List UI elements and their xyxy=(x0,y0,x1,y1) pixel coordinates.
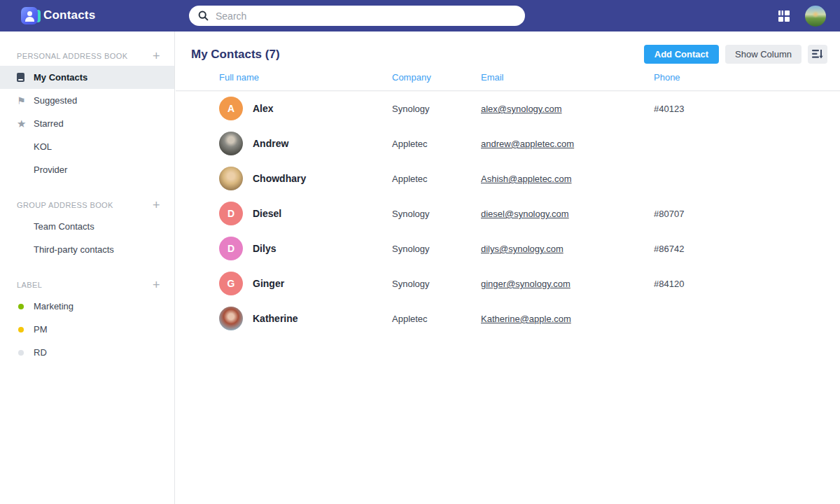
contact-company: Appletec xyxy=(392,139,481,149)
contact-name-cell: Andrew xyxy=(219,132,392,155)
contact-name: Alex xyxy=(253,103,274,114)
contact-avatar xyxy=(219,167,243,190)
sidebar-item-label: Third-party contacts xyxy=(34,244,114,255)
sidebar-item-label: RD xyxy=(34,347,47,358)
section-title: GROUP ADDRESS BOOK xyxy=(17,201,113,209)
contact-name: Andrew xyxy=(253,138,288,149)
sort-descending-icon xyxy=(812,49,823,59)
sidebar-item-pm[interactable]: PM xyxy=(0,318,174,341)
contact-email-link[interactable]: dilys@synology.com xyxy=(481,244,564,254)
sidebar-item-suggested[interactable]: ⚑Suggested xyxy=(0,89,174,112)
contact-email-cell: alex@synology.com xyxy=(481,102,654,115)
show-column-button[interactable]: Show Column xyxy=(725,45,802,64)
contact-name: Dilys xyxy=(253,243,276,254)
sidebar-item-rd[interactable]: RD xyxy=(0,341,174,364)
contact-email-cell: dilys@synology.com xyxy=(481,242,654,255)
sidebar-section-group-address-book: GROUP ADDRESS BOOK+Team ContactsThird-pa… xyxy=(0,198,174,261)
address-book-icon xyxy=(17,73,34,82)
table-row-diesel[interactable]: DDieselSynologydiesel@synology.com#80707 xyxy=(176,196,840,231)
app-logo-icon xyxy=(21,7,39,24)
label-color-dot xyxy=(17,304,34,309)
section-title: LABEL xyxy=(17,281,42,289)
contact-phone: #86742 xyxy=(654,244,840,254)
contact-name: Katherine xyxy=(253,313,298,324)
contact-name-cell: AAlex xyxy=(219,97,392,120)
contact-table: AAlexSynologyalex@synology.com#40123Andr… xyxy=(176,91,840,336)
sidebar-item-label: Provider xyxy=(34,164,67,175)
user-avatar[interactable] xyxy=(805,6,826,27)
add-contact-button[interactable]: Add Contact xyxy=(644,45,719,64)
label-color-dot xyxy=(17,327,34,332)
topbar: Contacts xyxy=(0,0,840,31)
sidebar-item-starred[interactable]: ★Starred xyxy=(0,112,174,135)
sidebar-item-label: Starred xyxy=(34,118,64,129)
sidebar-item-label: PM xyxy=(34,324,48,335)
contact-avatar: G xyxy=(219,272,243,295)
apps-grid-icon[interactable] xyxy=(777,9,791,23)
add-section-button[interactable]: + xyxy=(153,50,160,62)
contact-email-link[interactable]: alex@synology.com xyxy=(481,104,562,114)
column-header-company[interactable]: Company xyxy=(392,72,481,83)
contact-email-link[interactable]: diesel@synology.com xyxy=(481,209,569,219)
contact-company: Appletec xyxy=(392,314,481,324)
sidebar-section-personal-address-book: PERSONAL ADDRESS BOOK+My Contacts⚑Sugges… xyxy=(0,49,174,181)
sidebar-item-kol[interactable]: KOL xyxy=(0,135,174,158)
contact-email-link[interactable]: Katherine@apple.com xyxy=(481,314,571,324)
sidebar-section-label: LABEL+MarketingPMRD xyxy=(0,278,174,364)
column-header-phone[interactable]: Phone xyxy=(654,72,840,83)
search-input[interactable] xyxy=(209,6,525,26)
section-title: PERSONAL ADDRESS BOOK xyxy=(17,52,127,60)
label-color-dot xyxy=(17,350,34,356)
contact-name-cell: DDilys xyxy=(219,237,392,260)
sidebar-item-label: KOL xyxy=(34,141,52,152)
table-header: Full nameCompanyEmailPhone xyxy=(176,64,840,91)
table-row-dilys[interactable]: DDilysSynologydilys@synology.com#86742 xyxy=(176,231,840,266)
sidebar-item-provider[interactable]: Provider xyxy=(0,158,174,181)
contact-name: Chowdhary xyxy=(253,173,306,184)
contact-company: Synology xyxy=(392,209,481,219)
contact-email-cell: andrew@appletec.com xyxy=(481,137,654,150)
sort-button[interactable] xyxy=(808,45,827,64)
contact-avatar xyxy=(219,307,243,330)
contact-company: Appletec xyxy=(392,174,481,184)
sidebar-item-team-contacts[interactable]: Team Contacts xyxy=(0,215,174,238)
contact-avatar: A xyxy=(219,97,243,120)
contact-company: Synology xyxy=(392,279,481,289)
contact-phone: #80707 xyxy=(654,209,840,219)
contact-email-cell: ginger@synology.com xyxy=(481,277,654,290)
sidebar-item-marketing[interactable]: Marketing xyxy=(0,295,174,318)
add-section-button[interactable]: + xyxy=(153,279,160,291)
column-header-email[interactable]: Email xyxy=(481,72,654,83)
contact-phone: #40123 xyxy=(654,104,840,114)
sidebar-item-label: Team Contacts xyxy=(34,221,94,232)
sidebar-item-my-contacts[interactable]: My Contacts xyxy=(0,66,174,89)
table-row-ginger[interactable]: GGingerSynologyginger@synology.com#84120 xyxy=(176,266,840,301)
column-header-full-name[interactable]: Full name xyxy=(219,72,392,83)
contact-name: Diesel xyxy=(253,208,281,219)
search-bar xyxy=(189,6,525,26)
contact-avatar xyxy=(219,132,243,155)
contact-email-link[interactable]: ginger@synology.com xyxy=(481,279,570,289)
contact-email-cell: Katherine@apple.com xyxy=(481,312,654,325)
contact-avatar: D xyxy=(219,202,243,225)
contact-name-cell: Katherine xyxy=(219,307,392,330)
flag-icon: ⚑ xyxy=(17,96,34,106)
contact-company: Synology xyxy=(392,244,481,254)
contact-phone: #84120 xyxy=(654,279,840,289)
table-row-andrew[interactable]: AndrewAppletecandrew@appletec.com xyxy=(176,126,840,161)
table-row-chowdhary[interactable]: ChowdharyAppletecAshish@appletec.com xyxy=(176,161,840,196)
table-row-alex[interactable]: AAlexSynologyalex@synology.com#40123 xyxy=(176,91,840,126)
contact-avatar: D xyxy=(219,237,243,260)
search-icon xyxy=(198,10,209,21)
sidebar-item-label: My Contacts xyxy=(34,72,88,83)
table-row-katherine[interactable]: KatherineAppletecKatherine@apple.com xyxy=(176,301,840,336)
contact-email-cell: Ashish@appletec.com xyxy=(481,172,654,185)
add-section-button[interactable]: + xyxy=(153,199,160,211)
star-icon: ★ xyxy=(17,118,34,129)
contact-name-cell: DDiesel xyxy=(219,202,392,225)
contact-email-link[interactable]: andrew@appletec.com xyxy=(481,139,574,149)
sidebar-item-label: Marketing xyxy=(34,301,74,312)
contact-company: Synology xyxy=(392,104,481,114)
sidebar-item-third-party-contacts[interactable]: Third-party contacts xyxy=(0,238,174,261)
contact-email-link[interactable]: Ashish@appletec.com xyxy=(481,174,572,184)
